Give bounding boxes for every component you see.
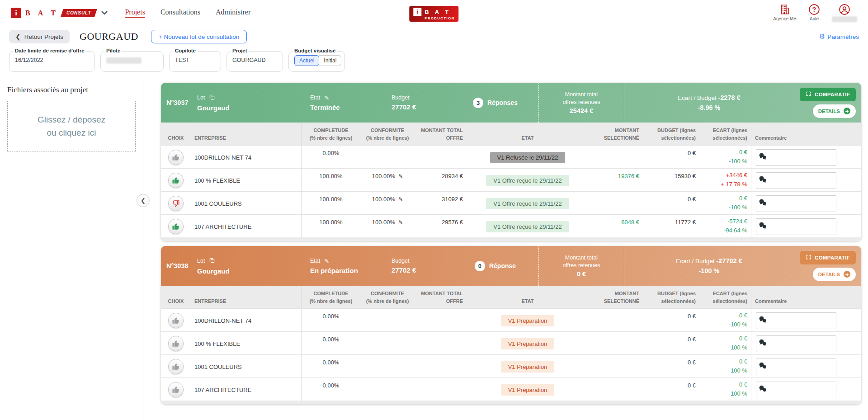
- help-label: Aide: [810, 16, 819, 21]
- lot-header: N°3037 Lot Gourgaud Etat ✎ Terminée Budg…: [161, 83, 861, 123]
- conformite-value: [360, 309, 415, 332]
- col-etat: ETAT: [467, 123, 589, 145]
- comment-input[interactable]: [756, 335, 836, 352]
- copy-icon[interactable]: [209, 257, 215, 265]
- settings-link[interactable]: ⚙ Paramètres: [819, 33, 859, 41]
- montant-sel-value: [589, 355, 643, 378]
- new-lot-button[interactable]: + Nouveau lot de consultation: [151, 30, 247, 43]
- lots-list: N°3037 Lot Gourgaud Etat ✎ Terminée Budg…: [143, 77, 868, 420]
- edit-icon[interactable]: ✎: [324, 258, 329, 264]
- comparatif-button[interactable]: COMPARATIF: [800, 88, 856, 101]
- nav-projets[interactable]: Projets: [125, 8, 145, 18]
- choice-thumb-button[interactable]: [168, 336, 184, 351]
- budget-toggle-actuel[interactable]: Actuel: [294, 55, 319, 66]
- svg-text:?: ?: [812, 6, 816, 13]
- conformite-value: [360, 332, 415, 355]
- comparatif-icon: [806, 91, 811, 98]
- choice-thumb-button[interactable]: [168, 196, 184, 211]
- status-badge: V1 Offre reçue le 29/11/22: [486, 175, 569, 186]
- settings-label: Paramètres: [827, 33, 859, 40]
- chevron-left-icon: ❮: [15, 33, 21, 40]
- montant-sel-value: [589, 192, 643, 215]
- completude-value: 0.00%: [302, 355, 360, 378]
- ecart-value: -2278 €: [718, 94, 741, 101]
- choice-thumb-button[interactable]: [168, 313, 184, 328]
- lot-name: Gourgaud: [197, 104, 310, 112]
- budget-toggle-initial[interactable]: Initial: [319, 55, 341, 66]
- files-sidebar: Fichiers associés au projet Glissez / dé…: [0, 77, 143, 420]
- responses-count: 3: [473, 98, 483, 108]
- budget-toggle: Actuel Initial: [294, 55, 339, 66]
- back-label: Retour Projets: [24, 33, 63, 40]
- user-menu-button[interactable]: [832, 4, 857, 22]
- comment-icon: [758, 175, 767, 184]
- copy-icon[interactable]: [209, 94, 215, 102]
- page-toolbar: ❮ Retour Projets GOURGAUD + Nouveau lot …: [0, 26, 868, 47]
- comparatif-label: COMPARATIF: [815, 92, 850, 97]
- col-entreprise: ENTREPRISE: [191, 123, 302, 145]
- comment-input[interactable]: [756, 195, 836, 212]
- agency-button[interactable]: Agence MB: [773, 4, 797, 21]
- edit-icon[interactable]: ✎: [398, 196, 403, 203]
- comment-icon: [758, 152, 767, 160]
- comment-icon: [758, 316, 767, 324]
- conformite-value: [360, 146, 415, 169]
- comment-icon: [758, 222, 767, 230]
- conformite-value: [360, 355, 415, 378]
- table-row: 100DRILLON-NET 74 0.00% V1 Préparation 0…: [161, 308, 861, 331]
- sidebar-collapse-button[interactable]: ❮: [137, 194, 150, 207]
- budget-lines-value: 0 €: [643, 146, 699, 169]
- choice-thumb-button[interactable]: [168, 150, 184, 165]
- nav-administrer[interactable]: Administrer: [216, 8, 250, 18]
- montant-sel-value: [589, 146, 643, 169]
- comment-input[interactable]: [756, 359, 836, 375]
- etat-value: Terminée: [310, 104, 392, 111]
- comment-input[interactable]: [756, 312, 836, 329]
- entreprise-name: 100DRILLON-NET 74: [191, 146, 302, 169]
- comment-input[interactable]: [756, 382, 836, 398]
- comment-input[interactable]: [756, 149, 836, 166]
- table-row: 100 % FLEXIBLE 0.00% V1 Préparation 0 € …: [161, 331, 861, 354]
- budget-value: 27702 €: [392, 266, 452, 274]
- comparatif-label: COMPARATIF: [815, 255, 850, 260]
- date-limite-value: 16/12/2022: [15, 57, 89, 63]
- file-dropzone[interactable]: Glissez / déposez ou cliquez ici: [7, 101, 136, 151]
- ecart-lines-value: 0 €-100 %: [699, 146, 751, 169]
- details-button[interactable]: DETAILS ➜: [813, 104, 856, 118]
- montant-total-label2: offres retenues: [562, 262, 600, 269]
- lot-number: N°3038: [161, 246, 197, 286]
- choice-thumb-button[interactable]: [168, 382, 184, 397]
- details-button[interactable]: DETAILS ➜: [813, 268, 856, 281]
- conformite-value: 100.00%✎: [360, 169, 415, 192]
- choice-thumb-button[interactable]: [168, 219, 184, 234]
- edit-icon[interactable]: ✎: [324, 94, 329, 101]
- entreprise-name: 107 ARCHITECTURE: [191, 378, 302, 401]
- completude-value: 0.00%: [302, 378, 360, 401]
- offre-value: 29576 €: [415, 215, 467, 238]
- edit-icon[interactable]: ✎: [398, 173, 403, 179]
- choice-thumb-button[interactable]: [168, 173, 184, 188]
- choice-thumb-button[interactable]: [168, 359, 184, 374]
- chevron-down-icon[interactable]: [101, 9, 108, 16]
- edit-icon[interactable]: ✎: [398, 219, 403, 226]
- col-budget: BUDGET (lignessélectionnées): [643, 123, 699, 145]
- brand-logo[interactable]: i B A T CONSULT: [11, 8, 108, 18]
- budget-label: Budget: [392, 258, 452, 264]
- arrow-right-icon: ➜: [844, 108, 850, 114]
- offre-value: [415, 309, 467, 332]
- comment-input[interactable]: [756, 172, 836, 189]
- col-commentaire: Commentaire: [751, 123, 861, 145]
- lot-label: Lot: [197, 94, 205, 101]
- col-offre: MONTANT TOTALOFFRE: [415, 123, 467, 145]
- comparatif-button[interactable]: COMPARATIF: [800, 251, 856, 264]
- brand-letters: B A T: [25, 9, 59, 17]
- completude-value: 100.00%: [302, 192, 360, 215]
- help-button[interactable]: ? Aide: [808, 4, 820, 21]
- project-info-row: Date limite de remise d'offre 16/12/2022…: [0, 47, 868, 77]
- nav-consultations[interactable]: Consultations: [160, 8, 200, 18]
- col-choix: CHOIX: [161, 123, 191, 145]
- budget-lines-value: 0 €: [643, 378, 699, 401]
- comment-input[interactable]: [756, 218, 836, 235]
- status-badge: V1 Refusée le 29/11/22: [490, 152, 566, 163]
- back-to-projects-button[interactable]: ❮ Retour Projets: [9, 30, 70, 43]
